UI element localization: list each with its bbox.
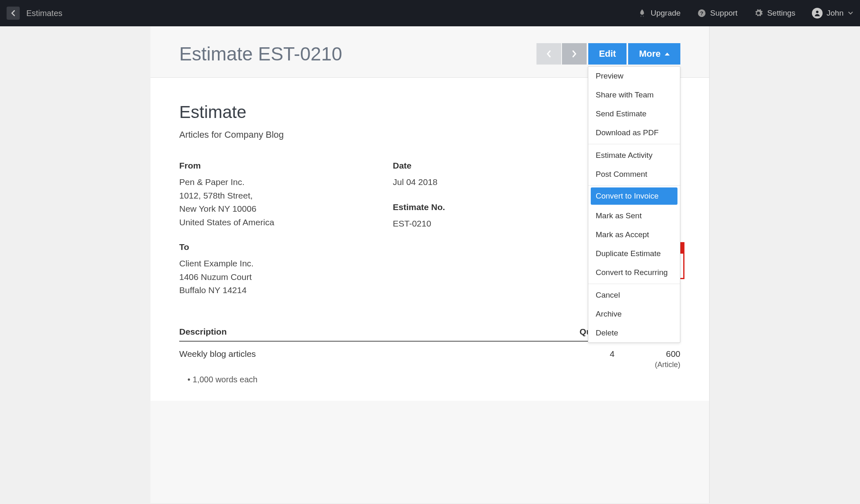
question-icon: ? [697,9,706,18]
menu-activity[interactable]: Estimate Activity [588,146,680,165]
edit-label: Edit [599,49,616,59]
chevron-right-icon [571,50,577,58]
topbar: Estimates Upgrade ? Support Settings Joh… [0,0,860,26]
chevron-left-icon [546,50,552,58]
support-link[interactable]: ? Support [697,9,738,18]
menu-separator [588,144,680,144]
more-button[interactable]: More [628,43,680,65]
more-dropdown: Preview Share with Team Send Estimate Do… [588,66,680,343]
to-line: Client Example Inc. [179,257,377,270]
settings-link[interactable]: Settings [754,9,795,18]
menu-archive[interactable]: Archive [588,305,680,324]
cell-description: Weekly blog articles [179,349,549,369]
item-bullet: • 1,000 words each [179,375,680,384]
svg-text:?: ? [700,10,703,16]
upgrade-label: Upgrade [651,9,681,18]
breadcrumb[interactable]: Estimates [26,9,62,18]
menu-duplicate[interactable]: Duplicate Estimate [588,244,680,263]
svg-point-2 [816,11,818,13]
edit-button[interactable]: Edit [588,43,627,65]
chevron-left-icon [11,10,16,16]
settings-label: Settings [767,9,795,18]
col-description: Description [179,327,549,337]
gear-icon [754,9,763,18]
back-button[interactable] [7,7,20,20]
menu-download-pdf[interactable]: Download as PDF [588,123,680,142]
chevron-up-icon [665,53,670,55]
table-row: Weekly blog articles 4 600 (Article) [179,342,680,369]
estimate-no-value: EST-0210 [393,217,590,231]
to-line: Buffalo NY 14214 [179,284,377,297]
prev-button[interactable] [536,43,561,65]
from-line: New York NY 10006 [179,202,377,216]
from-label: From [179,161,377,171]
menu-mark-sent[interactable]: Mark as Sent [588,206,680,225]
menu-convert-recurring[interactable]: Convert to Recurring [588,263,680,282]
page-title: Estimate EST-0210 [179,43,342,65]
menu-separator [588,284,680,284]
menu-send-estimate[interactable]: Send Estimate [588,104,680,123]
date-value: Jul 04 2018 [393,176,590,189]
support-label: Support [710,9,738,18]
cell-unit: (Article) [615,361,680,369]
menu-cancel[interactable]: Cancel [588,286,680,305]
menu-post-comment[interactable]: Post Comment [588,165,680,184]
to-line: 1406 Nuzum Court [179,270,377,284]
next-button[interactable] [562,43,587,65]
cell-quantity: 4 [549,349,615,369]
cell-rate: 600 [615,349,680,359]
menu-separator [588,185,680,186]
estimate-no-label: Estimate No. [393,202,590,212]
from-line: 1012, 578th Street, [179,189,377,203]
date-label: Date [393,161,590,171]
to-label: To [179,242,377,252]
chevron-down-icon [848,11,853,15]
rocket-icon [638,9,647,18]
avatar-icon [812,8,823,18]
menu-mark-accept[interactable]: Mark as Accept [588,225,680,244]
menu-preview[interactable]: Preview [588,67,680,86]
more-label: More [639,49,661,59]
page-header: Estimate EST-0210 Edit More Preview Shar… [150,26,709,78]
from-line: United States of America [179,216,377,229]
user-menu[interactable]: John [812,8,853,18]
user-name-label: John [827,9,844,18]
from-line: Pen & Paper Inc. [179,176,377,189]
menu-share-team[interactable]: Share with Team [588,86,680,104]
menu-delete[interactable]: Delete [588,324,680,342]
upgrade-link[interactable]: Upgrade [638,9,681,18]
item-bullet-text: 1,000 words each [193,375,258,384]
page: Estimate EST-0210 Edit More Preview Shar… [150,26,710,503]
menu-convert-invoice[interactable]: Convert to Invoice [591,187,677,205]
